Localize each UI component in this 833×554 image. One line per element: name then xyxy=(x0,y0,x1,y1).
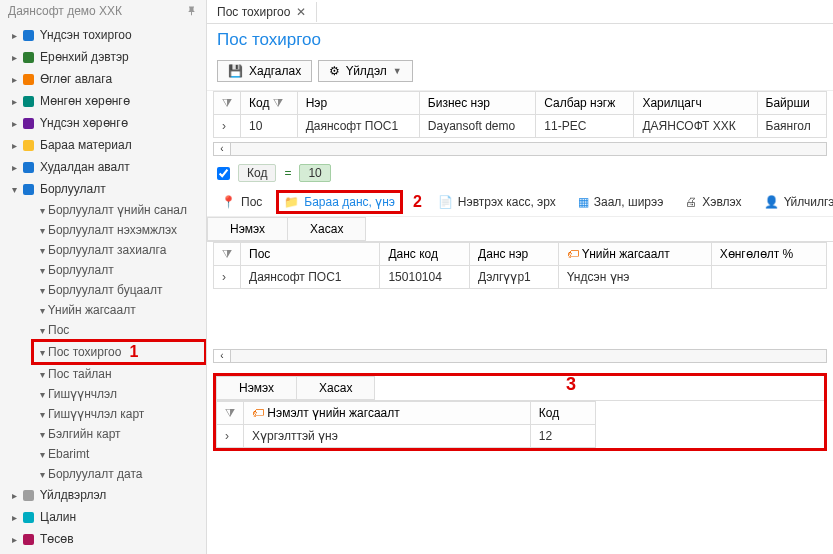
tree-item[interactable]: ▸Мөнгөн хөрөнгө xyxy=(0,90,206,112)
extra-grid: ⧩ 🏷 Нэмэлт үнийн жагсаалт Код › Хүргэлтт… xyxy=(216,401,596,448)
remove-button[interactable]: Хасах xyxy=(297,376,375,400)
filter-op: = xyxy=(284,166,291,180)
tree-item[interactable]: ▸Үндсэн хөрөнгө xyxy=(0,112,206,134)
tag-icon: 🏷 xyxy=(567,247,579,261)
tag-icon: 🏷 xyxy=(252,406,264,420)
page-title: Пос тохиргоо xyxy=(207,24,833,56)
tree-child[interactable]: ▾Пос тайлан xyxy=(32,364,206,384)
filter-value[interactable]: 10 xyxy=(299,164,330,182)
tab-pos-config[interactable]: Пос тохиргоо ✕ xyxy=(207,2,317,22)
tab-print[interactable]: 🖨Хэвлэх xyxy=(679,192,747,212)
tree-child[interactable]: ▾Гишүүнчлэл карт xyxy=(32,404,206,424)
doc-icon: 📄 xyxy=(438,195,453,209)
pin-marker-icon: 📍 xyxy=(221,195,236,209)
table-row[interactable]: › 10 Даянсофт ПОС1 Dayansoft demo 11-PEC… xyxy=(214,115,827,138)
col-disc[interactable]: Хөнгөлөлт % xyxy=(711,243,826,266)
filter-icon[interactable]: ⧩ xyxy=(222,247,232,261)
user-icon: 👤 xyxy=(764,195,779,209)
save-button[interactable]: 💾 Хадгалах xyxy=(217,60,312,82)
sidebar: Даянсофт демо ХХК ▸Үндсэн тохиргоо ▸Ерөн… xyxy=(0,0,207,554)
table-row[interactable]: › Хүргэлттэй үнэ 12 xyxy=(217,425,596,448)
toolbar: 💾 Хадгалах ⚙ Үйлдэл ▼ xyxy=(207,56,833,91)
action-button[interactable]: ⚙ Үйлдэл ▼ xyxy=(318,60,413,82)
tree-child-pos-config[interactable]: ▾Пос тохиргоо 1 xyxy=(32,340,206,364)
col-acctname[interactable]: Данс нэр xyxy=(470,243,559,266)
detail-grid: ⧩ Пос Данс код Данс нэр 🏷 Үнийн жагсаалт… xyxy=(207,242,833,289)
tree-item[interactable]: ▸Төсөв xyxy=(0,528,206,550)
close-icon[interactable]: ✕ xyxy=(296,5,306,19)
tree-child[interactable]: ▾Борлуулалт буцаалт xyxy=(32,280,206,300)
col-branch[interactable]: Салбар нэгж xyxy=(536,92,634,115)
tree-item[interactable]: ▸Өглөг авлага xyxy=(0,68,206,90)
filter-bar: Код = 10 xyxy=(207,158,833,188)
sub-tabs: 📍Пос 📁Бараа данс, үнэ 2 📄Нэвтрэх касс, э… xyxy=(207,188,833,217)
seat-icon: ▦ xyxy=(578,195,589,209)
col-code: Код ⧩ xyxy=(241,92,298,115)
tabbar: Пос тохиргоо ✕ xyxy=(207,0,833,24)
scroll-track[interactable] xyxy=(231,349,827,363)
tree-child[interactable]: ▾Борлуулалт захиалга xyxy=(32,240,206,260)
col-pricelist[interactable]: 🏷 Үнийн жагсаалт xyxy=(558,243,711,266)
tree-child[interactable]: ▾Ebarimt xyxy=(32,444,206,464)
table-row[interactable]: › Даянсофт ПОС1 15010104 Дэлгүүр1 Үндсэн… xyxy=(214,266,827,289)
tree-item[interactable]: ▸Дашбоард xyxy=(0,550,206,554)
filter-icon[interactable]: ⧩ xyxy=(225,406,235,420)
tab-cash[interactable]: 📄Нэвтрэх касс, эрх xyxy=(432,192,562,212)
col-extra-code[interactable]: Код xyxy=(530,402,595,425)
print-icon: 🖨 xyxy=(685,195,697,209)
tree-item[interactable]: ▸Ерөнхий дэвтэр xyxy=(0,46,206,68)
tree-item-sales[interactable]: ▾Борлуулалт xyxy=(0,178,206,200)
filter-enabled-checkbox[interactable] xyxy=(217,167,230,180)
tab-pos[interactable]: 📍Пос xyxy=(215,192,268,212)
extra-pricelist-section: 3 Нэмэх Хасах ⧩ 🏷 Нэмэлт үнийн жагсаалт … xyxy=(213,373,827,451)
app-title: Даянсофт демо ХХК xyxy=(8,4,122,18)
add-button[interactable]: Нэмэх xyxy=(207,217,288,241)
filter-field[interactable]: Код xyxy=(238,164,276,182)
hscroll[interactable]: ‹ xyxy=(213,142,827,156)
col-partner[interactable]: Харилцагч xyxy=(634,92,757,115)
row-indicator: › xyxy=(214,115,241,138)
col-extra-name[interactable]: 🏷 Нэмэлт үнийн жагсаалт xyxy=(244,402,531,425)
tree-child[interactable]: ▾Пос xyxy=(32,320,206,340)
col-acct[interactable]: Данс код xyxy=(380,243,470,266)
col-biz[interactable]: Бизнес нэр xyxy=(419,92,536,115)
pin-icon[interactable] xyxy=(186,5,198,17)
scroll-left-icon[interactable]: ‹ xyxy=(213,349,231,363)
hscroll-2[interactable]: ‹ xyxy=(213,349,827,363)
tree-child[interactable]: ▾Үнийн жагсаалт xyxy=(32,300,206,320)
col-loc[interactable]: Байрши xyxy=(757,92,826,115)
tree-item[interactable]: ▸Бараа материал xyxy=(0,134,206,156)
tab-label: Пос тохиргоо xyxy=(217,5,290,19)
tree-children: ▾Борлуулалт үнийн санал ▾Борлуулалт нэхэ… xyxy=(0,200,206,484)
main: Пос тохиргоо ✕ Пос тохиргоо 💾 Хадгалах ⚙… xyxy=(207,0,833,554)
tree-child[interactable]: ▾Борлуулалт xyxy=(32,260,206,280)
save-icon: 💾 xyxy=(228,64,243,78)
marker-2: 2 xyxy=(413,193,422,211)
nav-tree: ▸Үндсэн тохиргоо ▸Ерөнхий дэвтэр ▸Өглөг … xyxy=(0,22,206,554)
add-button[interactable]: Нэмэх xyxy=(216,376,297,400)
tree-child[interactable]: ▾Бэлгийн карт xyxy=(32,424,206,444)
pos-grid: ⧩ Код ⧩ Нэр Бизнес нэр Салбар нэгж Харил… xyxy=(207,91,833,138)
marker-1: 1 xyxy=(129,343,138,361)
tab-staff[interactable]: 👤Үйлчилгээнд сонгох xyxy=(758,192,834,212)
filter-icon[interactable]: ⧩ xyxy=(273,96,283,110)
tab-goods[interactable]: 📁Бараа данс, үнэ xyxy=(278,192,401,212)
sidebar-header: Даянсофт демо ХХК xyxy=(0,0,206,22)
remove-button[interactable]: Хасах xyxy=(288,217,366,241)
tree-child[interactable]: ▾Борлуулалт дата xyxy=(32,464,206,484)
tree-item[interactable]: ▸Цалин xyxy=(0,506,206,528)
scroll-left-icon[interactable]: ‹ xyxy=(213,142,231,156)
tree-child[interactable]: ▾Борлуулалт үнийн санал xyxy=(32,200,206,220)
tree-child[interactable]: ▾Борлуулалт нэхэмжлэх xyxy=(32,220,206,240)
col-name[interactable]: Нэр xyxy=(297,92,419,115)
folder-icon: 📁 xyxy=(284,195,299,209)
col-pos[interactable]: Пос xyxy=(241,243,380,266)
tree-item[interactable]: ▸Худалдан авалт xyxy=(0,156,206,178)
filter-icon[interactable]: ⧩ xyxy=(222,96,232,110)
tree-child[interactable]: ▾Гишүүнчлэл xyxy=(32,384,206,404)
tree-item[interactable]: ▸Үйлдвэрлэл xyxy=(0,484,206,506)
tab-hall[interactable]: ▦Заал, ширээ xyxy=(572,192,670,212)
extra-actions: Нэмэх Хасах xyxy=(216,376,824,401)
scroll-track[interactable] xyxy=(231,142,827,156)
tree-item[interactable]: ▸Үндсэн тохиргоо xyxy=(0,24,206,46)
